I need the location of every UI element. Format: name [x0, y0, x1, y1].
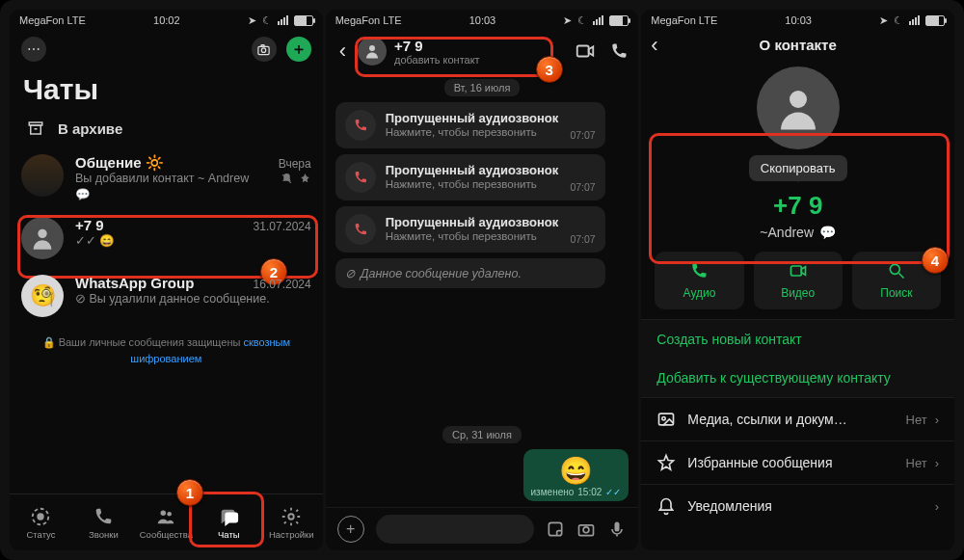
tab-status[interactable]: Статус [10, 494, 72, 550]
missed-call-bubble[interactable]: Пропущенный аудиозвонокНажмите, чтобы пе… [335, 206, 605, 253]
svg-line-22 [898, 274, 903, 279]
top-bar: ⋯ ＋ [10, 31, 323, 67]
starred-row[interactable]: Избранные сообщения Нет› [641, 440, 954, 484]
signal-icon [593, 15, 603, 25]
missed-sub: Нажмите, чтобы перезвонить [386, 230, 561, 244]
carrier-label: MegaFon LTE [651, 14, 717, 26]
new-chat-button[interactable]: ＋ [286, 37, 311, 62]
location-icon: ➤ [879, 14, 888, 27]
message-input[interactable] [376, 515, 535, 544]
more-button[interactable]: ⋯ [21, 37, 46, 62]
audio-action[interactable]: Аудио [655, 252, 743, 309]
input-bar: + [326, 507, 639, 550]
back-button[interactable]: ‹ [335, 39, 350, 64]
chat-name: +7 9 [75, 217, 104, 233]
carrier-label: MegaFon LTE [335, 14, 402, 26]
row-value: Нет [906, 456, 927, 470]
archive-row[interactable]: В архиве [10, 116, 323, 147]
svg-point-11 [168, 511, 173, 516]
svg-point-19 [790, 91, 807, 108]
tab-chats[interactable]: Чаты [198, 494, 260, 550]
location-icon: ➤ [563, 14, 572, 27]
edited-label: изменено [531, 487, 575, 497]
action-label: Аудио [683, 286, 716, 300]
star-icon [656, 453, 676, 472]
svg-point-12 [288, 514, 294, 520]
mute-pin-icons [281, 173, 311, 185]
action-label: Поиск [880, 286, 912, 300]
status-icons: ➤ ☾ [563, 14, 629, 27]
video-call-icon[interactable] [575, 40, 596, 62]
missed-call-bubble[interactable]: Пропущенный аудиозвонокНажмите, чтобы пе… [335, 154, 605, 200]
missed-sub: Нажмите, чтобы перезвонить [386, 178, 561, 192]
page-title: О контакте [760, 37, 837, 53]
svg-rect-2 [261, 44, 264, 46]
msg-time: 07:07 [570, 181, 595, 193]
create-contact-link[interactable]: Создать новый контакт [641, 319, 954, 359]
date-divider: Ср, 31 июля [442, 426, 522, 443]
bell-icon [656, 496, 676, 516]
tab-settings[interactable]: Настройки [260, 494, 323, 550]
svg-point-7 [38, 229, 46, 238]
chat-name: Общение 🔆 [75, 154, 164, 172]
carrier-label: MegaFon LTE [19, 14, 86, 26]
missed-sub: Нажмите, чтобы перезвонить [386, 126, 561, 140]
tab-calls[interactable]: Звонки [72, 494, 135, 550]
add-to-contact-link[interactable]: Добавить к существующему контакту [641, 359, 954, 397]
media-icon [656, 410, 676, 429]
copy-tooltip[interactable]: Скопировать [749, 155, 847, 181]
media-row[interactable]: Медиа, ссылки и докум… Нет› [641, 397, 954, 440]
moon-icon: ☾ [894, 14, 903, 27]
location-icon: ➤ [248, 14, 256, 27]
archive-icon [27, 120, 44, 137]
contact-name: ~Andrew💬 [641, 225, 954, 240]
tab-label: Сообщества [140, 529, 193, 540]
moon-icon: ☾ [262, 14, 272, 27]
missed-call-bubble[interactable]: Пропущенный аудиозвонокНажмите, чтобы пе… [335, 102, 605, 148]
archive-label: В архиве [58, 120, 122, 137]
missed-title: Пропущенный аудиозвонок [386, 215, 561, 230]
missed-call-icon [345, 214, 376, 245]
avatar-large[interactable] [757, 67, 840, 149]
chat-bubble-icon: 💬 [819, 225, 836, 240]
video-action[interactable]: Видео [754, 252, 843, 309]
header: ‹ О контакте [641, 31, 954, 63]
camera-button[interactable] [252, 37, 277, 62]
sticker-icon[interactable] [546, 520, 565, 539]
audio-call-icon[interactable] [609, 41, 629, 61]
mic-icon[interactable] [607, 520, 627, 539]
chat-row[interactable]: Общение 🔆Вчера Вы добавили контакт ~ And… [10, 147, 323, 209]
chat-header[interactable]: ‹ +7 9 добавить контакт [326, 31, 639, 75]
svg-point-9 [39, 514, 44, 520]
message-list[interactable]: Вт, 16 июля Пропущенный аудиозвонокНажми… [326, 75, 639, 507]
avatar: 🧐 [21, 275, 64, 317]
svg-point-13 [369, 45, 375, 51]
date-divider: Вт, 16 июля [444, 79, 521, 96]
action-label: Видео [781, 286, 815, 300]
step-badge-3: 3 [536, 56, 563, 83]
typing-icon: 💬 [75, 187, 91, 201]
battery-icon [925, 15, 945, 26]
status-bar: MegaFon LTE 10:03 ➤ ☾ [641, 10, 954, 31]
phone-number[interactable]: +7 9 [641, 191, 954, 221]
chat-date: 31.07.2024 [254, 220, 311, 233]
status-bar: MegaFon LTE 10:02 ➤ ☾ [10, 10, 323, 31]
chat-row[interactable]: 🧐 WhatsApp Group16.07.2024 ⊘ Вы удалили … [10, 267, 323, 325]
clock: 10:02 [153, 14, 180, 26]
row-label: Медиа, ссылки и докум… [687, 412, 846, 427]
pin-icon [299, 173, 311, 185]
tab-bar: Статус Звонки Сообщества Чаты Настройки [10, 493, 323, 550]
chat-date: Вчера [279, 157, 311, 171]
outgoing-message[interactable]: 😄 изменено15:02✓✓ [523, 449, 629, 501]
avatar [358, 37, 387, 66]
chevron-right-icon: › [935, 456, 939, 470]
chat-date: 16.07.2024 [254, 278, 311, 291]
attach-button[interactable]: + [337, 516, 364, 543]
camera-icon[interactable] [576, 520, 596, 539]
back-button[interactable]: ‹ [651, 33, 657, 58]
svg-point-21 [890, 264, 899, 274]
chat-preview: ✓✓ 😄 [75, 233, 115, 248]
notifications-row[interactable]: Уведомления › [641, 484, 954, 527]
row-value: Нет [906, 413, 927, 427]
missed-title: Пропущенный аудиозвонок [386, 163, 561, 178]
